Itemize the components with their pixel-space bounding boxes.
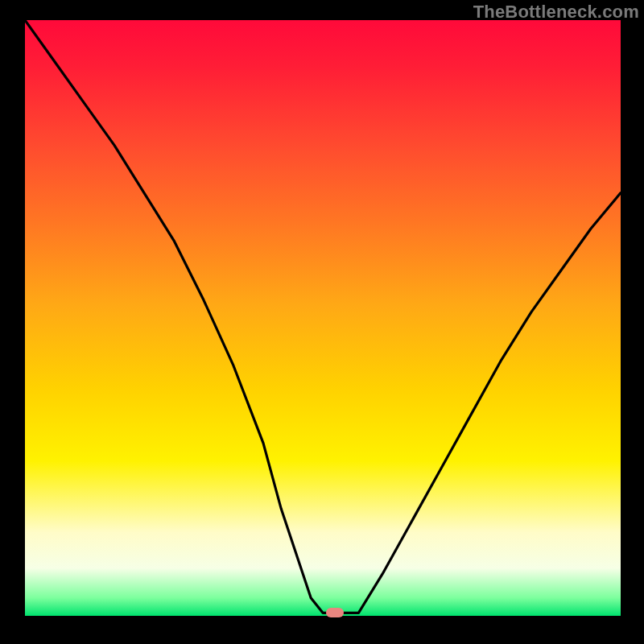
optimal-marker: [326, 608, 344, 617]
watermark-text: TheBottleneck.com: [473, 2, 639, 23]
chart-frame: TheBottleneck.com: [0, 0, 644, 644]
bottleneck-curve: [25, 20, 621, 616]
plot-area: [25, 20, 621, 616]
curve-path: [25, 20, 621, 613]
